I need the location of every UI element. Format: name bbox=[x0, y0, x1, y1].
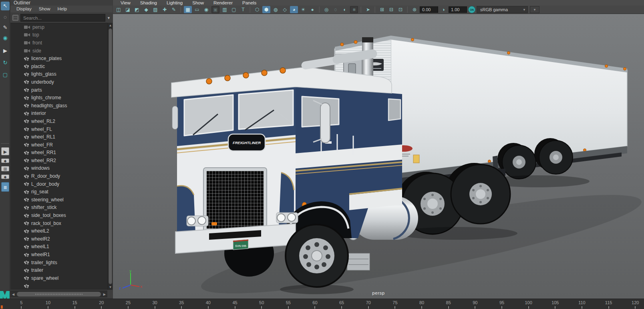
layout-four-pane[interactable]: ⊞ bbox=[1, 166, 9, 171]
select-tool[interactable]: ↖ bbox=[1, 2, 10, 10]
outliner-item-wheel_RL1[interactable]: wheel_RL1 bbox=[10, 133, 107, 141]
image-plane-icon[interactable]: ▨ bbox=[151, 6, 159, 13]
exposure-icon[interactable]: ⊛ bbox=[411, 6, 419, 13]
paint-select-tool[interactable]: ✎ bbox=[1, 23, 10, 32]
multisample-icon[interactable]: ■ bbox=[350, 6, 358, 13]
outliner-item-wheelL2[interactable]: wheelL2 bbox=[10, 227, 107, 235]
outliner-vertical-scrollbar[interactable]: ▲ ▼ bbox=[107, 23, 113, 290]
wireframe-on-shaded-icon[interactable]: ◍ bbox=[272, 6, 280, 13]
viewport-canvas[interactable]: FREIGHTLINER bbox=[113, 14, 644, 299]
outliner-item-wheel_RR1[interactable]: wheel_RR1 bbox=[10, 149, 107, 157]
outliner-item-underbody[interactable]: underbody bbox=[10, 78, 107, 86]
anti-alias-icon[interactable]: ◌ bbox=[332, 6, 340, 13]
outliner-item-persp[interactable]: persp bbox=[10, 23, 107, 31]
viewport-menu-view[interactable]: View bbox=[116, 0, 135, 6]
outliner-item-lights_glass[interactable]: lights_glass bbox=[10, 70, 107, 78]
outliner-item-interior[interactable]: interior bbox=[10, 110, 107, 118]
color-management-toggle[interactable]: ON bbox=[468, 6, 475, 13]
lasso-select-tool[interactable]: ◌ bbox=[1, 13, 10, 22]
grease-pencil-icon[interactable]: ✎ bbox=[170, 6, 178, 13]
outliner-item-windows[interactable]: windows bbox=[10, 165, 107, 173]
outliner-item-parts[interactable]: parts bbox=[10, 86, 107, 94]
depth-of-field-icon[interactable]: ◐ bbox=[341, 6, 349, 13]
outliner-item-headlights_glass[interactable]: headlights_glass bbox=[10, 102, 107, 110]
use-all-lights-icon[interactable]: ☀ bbox=[299, 6, 307, 13]
snapshot-icon[interactable]: ⊞ bbox=[378, 6, 386, 13]
outliner-item-side_tool_boxes[interactable]: side_tool_boxes bbox=[10, 211, 107, 219]
scroll-down-icon[interactable]: ▼ bbox=[108, 285, 113, 289]
scroll-up-icon[interactable]: ▲ bbox=[108, 24, 113, 27]
outliner-item-plactic[interactable]: plactic bbox=[10, 62, 107, 70]
vertical-scroll-thumb[interactable] bbox=[109, 28, 112, 284]
panel-menu-button[interactable]: ▼ bbox=[530, 6, 539, 13]
outliner-item-lights_chrome[interactable]: lights_chrome bbox=[10, 94, 107, 102]
horizontal-scroll-thumb[interactable] bbox=[17, 292, 101, 297]
wireframe-icon[interactable]: ⬡ bbox=[253, 6, 261, 13]
viewport-menu-show[interactable]: Show bbox=[188, 0, 208, 6]
truck-3d-model[interactable]: FREIGHTLINER bbox=[113, 14, 644, 299]
safe-action-icon[interactable]: ▢ bbox=[230, 6, 238, 13]
outliner-item-clipped[interactable] bbox=[10, 282, 107, 290]
outliner-item-top[interactable]: top bbox=[10, 31, 107, 39]
pan-zoom-icon[interactable]: ✚ bbox=[161, 6, 169, 13]
viewport-menu-renderer[interactable]: Renderer bbox=[209, 0, 237, 6]
camera-lock-icon[interactable]: ◪ bbox=[124, 6, 132, 13]
contrast-field[interactable]: 1.00 bbox=[449, 6, 467, 13]
current-frame-marker[interactable] bbox=[1, 305, 3, 309]
layout-persp-outliner-alt[interactable]: ◆ bbox=[1, 175, 9, 179]
outliner-item-wheel_FR[interactable]: wheel_FR bbox=[10, 141, 107, 149]
layout-two-pane[interactable]: ◆ bbox=[1, 159, 9, 163]
outliner-item-side[interactable]: side bbox=[10, 47, 107, 55]
pane-layout-icon[interactable]: ⊟ bbox=[387, 6, 395, 13]
outliner-item-spare_wheel[interactable]: spare_wheel bbox=[10, 274, 107, 282]
isolate-select-icon[interactable]: ➤ bbox=[364, 6, 372, 13]
grid-icon[interactable]: ▦ bbox=[184, 6, 192, 13]
view-arrange-icon[interactable]: ⊡ bbox=[396, 6, 405, 13]
camera-attributes-icon[interactable]: ◩ bbox=[133, 6, 141, 13]
film-gate-icon[interactable]: ▭ bbox=[193, 6, 201, 13]
shadows-icon[interactable]: ● bbox=[308, 6, 316, 13]
rotate-tool[interactable]: ↻ bbox=[1, 58, 10, 67]
outliner-horizontal-scrollbar[interactable]: ◀ ▶ bbox=[10, 291, 107, 297]
outliner-menu-show[interactable]: Show bbox=[36, 6, 53, 12]
outliner-item-wheel_RR2[interactable]: wheel_RR2 bbox=[10, 157, 107, 165]
safe-title-icon[interactable]: T bbox=[239, 6, 247, 13]
time-slider[interactable]: 5101520253035404550556065707580859095100… bbox=[0, 299, 644, 309]
outliner-menu-display[interactable]: Display bbox=[14, 6, 34, 12]
contrast-icon[interactable]: ◑ bbox=[439, 6, 447, 13]
camera-icon[interactable]: ◫ bbox=[115, 6, 123, 13]
outliner-item-wheelL1[interactable]: wheelL1 bbox=[10, 243, 107, 251]
outliner-item-front[interactable]: front bbox=[10, 39, 107, 47]
outliner-item-rig_seat[interactable]: rig_seat bbox=[10, 188, 107, 196]
exposure-field[interactable]: 0.00 bbox=[420, 6, 438, 13]
outliner-item-rack_tool_box[interactable]: rack_tool_box bbox=[10, 219, 107, 227]
layout-single-pane[interactable]: ▶ bbox=[1, 147, 9, 155]
layout-outliner-persp[interactable]: ≣ bbox=[1, 182, 9, 192]
scroll-left-icon[interactable]: ◀ bbox=[12, 293, 14, 296]
scale-tool[interactable]: ▢ bbox=[1, 70, 10, 79]
outliner-item-R_door_body[interactable]: R_door_body bbox=[10, 172, 107, 180]
search-input[interactable] bbox=[20, 14, 105, 22]
search-options-caret-icon[interactable]: ▼ bbox=[107, 16, 111, 20]
outliner-item-trailer[interactable]: trailer bbox=[10, 266, 107, 274]
default-material-icon[interactable]: ◇ bbox=[281, 6, 289, 13]
outliner-item-wheelR2[interactable]: wheelR2 bbox=[10, 235, 107, 243]
scroll-right-icon[interactable]: ▶ bbox=[103, 293, 106, 296]
outliner-item-steering_wheel[interactable]: steering_wheel bbox=[10, 196, 107, 204]
outliner-menu-help[interactable]: Help bbox=[55, 6, 70, 12]
outliner-item-licence_plates[interactable]: licence_plates bbox=[10, 54, 107, 62]
colorspace-dropdown[interactable]: sRGB gamma ▼ bbox=[477, 6, 528, 13]
filter-icon[interactable] bbox=[12, 15, 18, 21]
outliner-item-wheelR1[interactable]: wheelR1 bbox=[10, 251, 107, 259]
resolution-gate-icon[interactable]: ◉ bbox=[202, 6, 210, 13]
move-tool[interactable]: ▶ bbox=[1, 46, 10, 55]
smooth-shade-icon[interactable]: ⬢ bbox=[262, 6, 270, 13]
gate-mask-icon[interactable]: ▣ bbox=[211, 6, 219, 13]
viewport-menu-shading[interactable]: Shading bbox=[136, 0, 161, 6]
field-chart-icon[interactable]: ▥ bbox=[221, 6, 229, 13]
outliner-item-wheel_RL2[interactable]: wheel_RL2 bbox=[10, 117, 107, 125]
outliner-item-shifter_stick[interactable]: shifter_stick bbox=[10, 204, 107, 212]
bookmark-icon[interactable]: ◆ bbox=[142, 6, 150, 13]
outliner-item-trailer_lights[interactable]: trailer_lights bbox=[10, 259, 107, 267]
textured-icon[interactable]: ◕ bbox=[290, 6, 298, 13]
